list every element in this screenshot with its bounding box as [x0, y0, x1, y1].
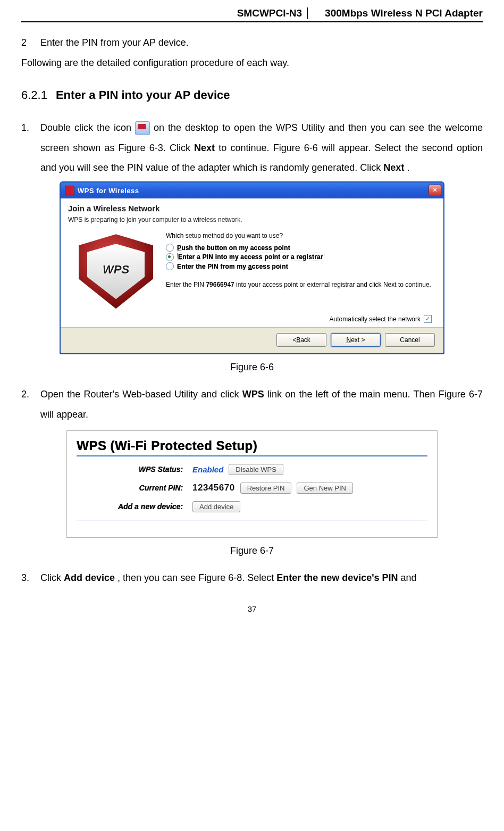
step3-frag-a: Click: [40, 572, 64, 583]
figure-6-7-caption: Figure 6-7: [21, 545, 483, 556]
divider: [77, 455, 427, 456]
radio-push-button[interactable]: Push the button on my access point: [166, 244, 433, 252]
step-2: 2. Open the Router's Web-based Utility a…: [21, 385, 483, 425]
disable-wps-button[interactable]: Disable WPS: [229, 464, 283, 475]
auto-select-label: Automatically select the network: [330, 315, 421, 323]
dialog-app-icon: [65, 186, 74, 195]
section-num: 6.2.1: [21, 83, 47, 107]
current-pin-value: 12345670: [192, 483, 235, 493]
step2-frag-a: Open the Router's Web-based Utility and …: [40, 389, 242, 400]
radio-icon: [166, 244, 174, 252]
wps-status-value: Enabled: [192, 465, 223, 474]
radio-enter-pin-into-ap[interactable]: Enter a PIN into my access point or a re…: [166, 253, 433, 261]
radio-icon: [166, 253, 174, 261]
step-1-text: Double click the icon on the desktop to …: [40, 118, 483, 178]
radio-push-label: Push the button on my access point: [177, 244, 290, 252]
step3-enter: Enter the new device's PIN: [276, 572, 398, 583]
dialog-question: Which setup method do you want to use?: [166, 232, 433, 239]
wps-shield-label: WPS: [90, 263, 141, 277]
row-wps-status: WPS Status: Enabled Disable WPS: [77, 464, 427, 475]
intro-item-2-text: Enter the PIN from your AP device.: [40, 33, 483, 53]
intro-item-2-num: 2: [21, 33, 40, 53]
step-3-text: Click Add device , then you can see Figu…: [40, 568, 483, 588]
step-1-num: 1.: [21, 118, 40, 178]
step1-frag-d: .: [407, 162, 409, 173]
restore-pin-button[interactable]: Restore PIN: [240, 483, 292, 494]
close-icon[interactable]: ×: [429, 185, 441, 196]
checkbox-icon[interactable]: ✓: [424, 315, 432, 323]
step2-wps: WPS: [242, 389, 264, 400]
add-device-button[interactable]: Add device: [192, 501, 240, 512]
figure-6-6-caption: Figure 6-6: [21, 362, 483, 373]
step-1: 1. Double click the icon on the desktop …: [21, 118, 483, 178]
radio-from-ap-label: Enter the PIN from my access point: [177, 263, 288, 270]
intro-following: Following are the detailed configuration…: [21, 53, 483, 73]
cancel-button[interactable]: Cancel: [385, 333, 435, 347]
header-product: 300Mbps Wireless N PCI Adapter: [325, 7, 483, 19]
step3-frag-b: , then you can see Figure 6-8. Select: [117, 572, 276, 583]
wps-status-label: WPS Status:: [77, 465, 192, 473]
next-button[interactable]: Next >: [331, 333, 381, 347]
step3-add: Add device: [64, 572, 115, 583]
gen-new-pin-button[interactable]: Gen New PIN: [297, 483, 352, 494]
row-add-device: Add a new device: Add device: [77, 501, 427, 512]
page-header: SMCWPCI-N3 300Mbps Wireless N PCI Adapte…: [21, 0, 483, 22]
back-button[interactable]: < Back: [276, 333, 326, 347]
radio-enter-pin-label: Enter a PIN into my access point or a re…: [177, 253, 324, 261]
row-current-pin: Current PIN: 12345670 Restore PIN Gen Ne…: [77, 483, 427, 494]
dialog-button-bar: < Back Next > Cancel: [61, 328, 443, 353]
radio-icon: [166, 262, 174, 270]
router-panel-title: WPS (Wi-Fi Protected Setup): [77, 438, 427, 453]
step1-next1: Next: [194, 143, 215, 153]
current-pin-label: Current PIN:: [77, 484, 192, 492]
add-device-label: Add a new device:: [77, 502, 192, 511]
header-model: SMCWPCI-N3: [237, 7, 308, 19]
intro-item-2: 2 Enter the PIN from your AP device.: [21, 33, 483, 53]
step-2-num: 2.: [21, 385, 40, 425]
wps-shield-icon: WPS: [79, 234, 153, 309]
radio-enter-pin-from-ap[interactable]: Enter the PIN from my access point: [166, 262, 433, 270]
step-2-text: Open the Router's Web-based Utility and …: [40, 385, 483, 425]
auto-select-network[interactable]: Automatically select the network ✓: [166, 315, 432, 323]
step1-frag-a: Double click the icon: [40, 122, 135, 133]
page-number: 37: [21, 604, 483, 624]
dialog-title-text: WPS for Wireless: [78, 187, 139, 195]
step-3-num: 3.: [21, 568, 40, 588]
step1-next2: Next: [383, 162, 404, 173]
dialog-subheading: WPS is preparing to join your computer t…: [68, 216, 436, 223]
section-text: Enter a PIN into your AP device: [56, 83, 230, 107]
router-wps-panel: WPS (Wi-Fi Protected Setup) WPS Status: …: [66, 430, 438, 538]
step3-frag-c: and: [401, 572, 417, 583]
dialog-titlebar[interactable]: WPS for Wireless ×: [61, 182, 443, 198]
wps-desktop-icon: [135, 121, 150, 135]
step-3: 3. Click Add device , then you can see F…: [21, 568, 483, 588]
wps-dialog: WPS for Wireless × Join a Wireless Netwo…: [60, 181, 444, 354]
section-title: 6.2.1 Enter a PIN into your AP device: [21, 83, 483, 107]
dialog-heading: Join a Wireless Network: [68, 204, 436, 213]
generated-pin: 79666947: [206, 281, 234, 288]
dialog-pin-note: Enter the PIN 79666947 into your access …: [166, 280, 433, 289]
divider: [77, 520, 427, 520]
